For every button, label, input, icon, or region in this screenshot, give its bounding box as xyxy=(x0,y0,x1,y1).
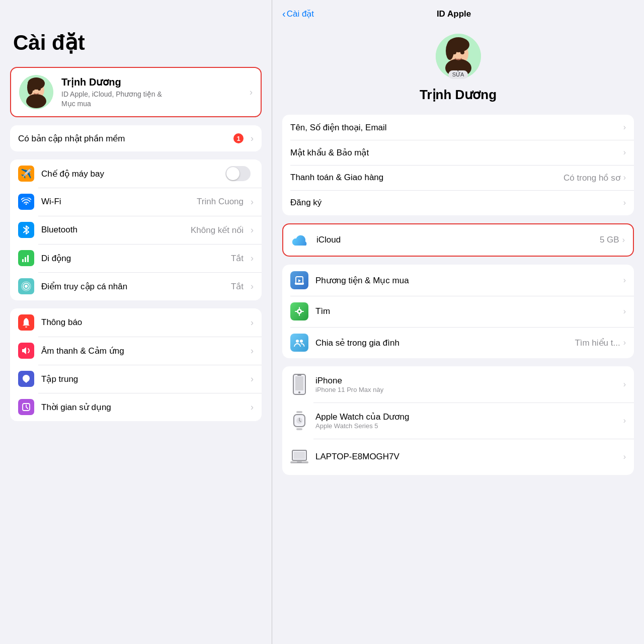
apple-watch-name: Apple Watch của Dương xyxy=(315,412,623,422)
avatar xyxy=(19,75,53,109)
family-chevron-icon: › xyxy=(623,338,626,347)
airplane-toggle[interactable] xyxy=(225,166,251,181)
payment-shipping-row[interactable]: Thanh toán & Giao hàng Có trong hồ sơ › xyxy=(282,165,634,190)
svg-rect-36 xyxy=(297,461,302,462)
subscriptions-chevron-icon: › xyxy=(623,198,626,207)
find-my-chevron-icon: › xyxy=(623,307,626,316)
svg-rect-26 xyxy=(295,376,303,390)
cellular-label: Di động xyxy=(41,253,231,264)
right-profile-section: SỬA Trịnh Dương xyxy=(272,24,644,115)
cellular-value: Tắt xyxy=(231,253,244,264)
update-chevron-icon: › xyxy=(251,133,254,144)
bluetooth-row[interactable]: Bluetooth Không kết nối › xyxy=(10,216,262,244)
wifi-row[interactable]: Wi-Fi Trinh Cuong › xyxy=(10,188,262,216)
apple-watch-row[interactable]: Apple Watch của Dương Apple Watch Series… xyxy=(282,403,634,439)
wifi-icon xyxy=(18,194,34,210)
update-label: Có bản cập nhật phần mềm xyxy=(18,133,233,144)
right-panel: ‹ Cài đặt ID Apple SỬA Trịnh D xyxy=(272,0,644,644)
find-my-label: Tìm xyxy=(315,306,623,316)
back-button[interactable]: ‹ Cài đặt xyxy=(282,8,314,20)
bluetooth-value: Không kết nối xyxy=(191,225,244,235)
iphone-device-row[interactable]: iPhone iPhone 11 Pro Max này › xyxy=(282,366,634,403)
devices-card: iPhone iPhone 11 Pro Max này › xyxy=(282,366,634,475)
laptop-icon xyxy=(290,445,308,468)
bluetooth-label: Bluetooth xyxy=(41,225,191,235)
apple-watch-icon xyxy=(290,409,308,432)
icloud-label: iCloud xyxy=(316,235,600,245)
hotspot-value: Tắt xyxy=(231,281,244,292)
sounds-icon xyxy=(18,343,34,359)
subscriptions-row[interactable]: Đăng ký › xyxy=(282,190,634,215)
wifi-chevron-icon: › xyxy=(251,197,254,207)
icloud-row[interactable]: iCloud 5 GB › xyxy=(282,223,634,257)
iphone-sub: iPhone 11 Pro Max này xyxy=(315,386,623,393)
svg-point-27 xyxy=(298,391,300,393)
screentime-row[interactable]: Thời gian sử dụng › xyxy=(10,393,262,421)
subscriptions-label: Đăng ký xyxy=(290,198,623,208)
notifications-chevron-icon: › xyxy=(251,317,254,328)
left-panel: Cài đặt Trịnh Dương ID Apple, iCloud, Ph… xyxy=(0,0,272,644)
wifi-value: Trinh Cuong xyxy=(197,197,244,207)
back-label: Cài đặt xyxy=(287,9,314,19)
nav-bar: ‹ Cài đặt ID Apple xyxy=(272,0,644,24)
page-title: Cài đặt xyxy=(10,30,262,55)
password-security-row[interactable]: Mật khẩu & Bảo mật › xyxy=(282,140,634,165)
focus-chevron-icon: › xyxy=(251,374,254,384)
nav-title: ID Apple xyxy=(314,9,594,19)
airplane-row[interactable]: ✈️ Chế độ máy bay xyxy=(10,159,262,188)
payment-chevron-icon: › xyxy=(623,173,626,182)
settings-group-2: Thông báo › Âm thanh & Cảm ứng › Tập tru… xyxy=(10,308,262,421)
svg-point-10 xyxy=(25,285,28,288)
right-content: Tên, Số điện thoại, Email › Mật khẩu & B… xyxy=(272,115,644,644)
profile-chevron-icon: › xyxy=(250,87,253,98)
icloud-chevron-icon: › xyxy=(622,235,625,245)
right-avatar-container: SỬA xyxy=(436,34,481,79)
name-chevron-icon: › xyxy=(623,123,626,132)
svg-rect-28 xyxy=(297,375,301,376)
profile-card[interactable]: Trịnh Dương ID Apple, iCloud, Phương tiệ… xyxy=(10,67,262,117)
bluetooth-chevron-icon: › xyxy=(251,225,254,235)
update-badge: 1 xyxy=(233,133,244,143)
focus-row[interactable]: Tập trung › xyxy=(10,365,262,393)
bluetooth-icon xyxy=(18,222,34,238)
sounds-row[interactable]: Âm thanh & Cảm ứng › xyxy=(10,337,262,365)
laptop-chevron-icon: › xyxy=(623,452,626,461)
wifi-label: Wi-Fi xyxy=(41,197,197,207)
edit-badge[interactable]: SỬA xyxy=(448,70,468,79)
media-purchases-row[interactable]: Phương tiện & Mục mua › xyxy=(282,265,634,296)
cellular-icon xyxy=(18,250,34,266)
hotspot-row[interactable]: Điểm truy cập cá nhân Tắt › xyxy=(10,272,262,300)
svg-rect-8 xyxy=(25,257,26,262)
find-my-icon xyxy=(290,302,308,320)
screentime-label: Thời gian sử dụng xyxy=(41,402,247,413)
profile-name: Trịnh Dương xyxy=(61,76,246,88)
notifications-row[interactable]: Thông báo › xyxy=(10,308,262,337)
apple-watch-sub: Apple Watch Series 5 xyxy=(315,422,623,430)
svg-point-23 xyxy=(296,340,299,343)
profile-info: Trịnh Dương ID Apple, iCloud, Phương tiệ… xyxy=(61,76,246,108)
payment-shipping-value: Có trong hồ sơ xyxy=(564,173,620,183)
icloud-icon xyxy=(291,231,309,249)
family-sharing-value: Tìm hiểu t... xyxy=(575,338,620,348)
cellular-row[interactable]: Di động Tắt › xyxy=(10,244,262,272)
laptop-row[interactable]: LAPTOP-E8MOGH7V › xyxy=(282,439,634,475)
right-profile-name: Trịnh Dương xyxy=(420,87,497,103)
iphone-info: iPhone iPhone 11 Pro Max này xyxy=(315,376,623,393)
svg-rect-9 xyxy=(27,255,29,262)
svg-point-6 xyxy=(27,80,33,95)
settings-group-1: ✈️ Chế độ máy bay Wi-Fi Trinh Cuong › xyxy=(10,159,262,300)
apple-watch-info: Apple Watch của Dương Apple Watch Series… xyxy=(315,412,623,430)
family-sharing-row[interactable]: Chia sẻ trong gia đình Tìm hiểu t... › xyxy=(282,327,634,358)
icloud-value: 5 GB xyxy=(600,235,619,245)
update-row[interactable]: Có bản cập nhật phần mềm 1 › xyxy=(10,125,262,151)
svg-rect-34 xyxy=(294,452,305,459)
update-card[interactable]: Có bản cập nhật phần mềm 1 › xyxy=(10,125,262,151)
family-sharing-label: Chia sẻ trong gia đình xyxy=(315,338,575,348)
svg-rect-30 xyxy=(296,428,302,430)
name-phone-email-row[interactable]: Tên, Số điện thoại, Email › xyxy=(282,115,634,140)
iphone-device-icon xyxy=(290,373,308,396)
find-my-row[interactable]: Tìm › xyxy=(282,296,634,327)
svg-point-24 xyxy=(300,340,303,343)
sounds-chevron-icon: › xyxy=(251,346,254,356)
sounds-label: Âm thanh & Cảm ứng xyxy=(41,346,247,356)
